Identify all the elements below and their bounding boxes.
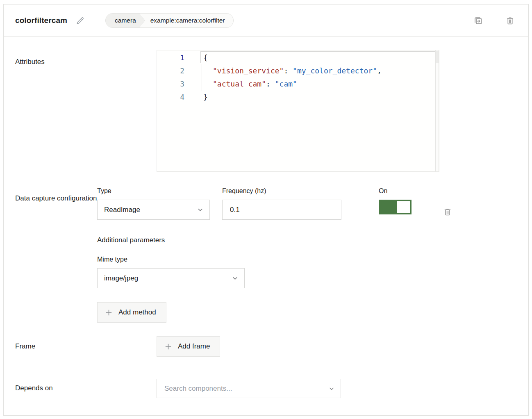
chevron-down-icon (197, 206, 204, 213)
pencil-icon (75, 16, 85, 25)
add-frame-label: Add frame (178, 342, 210, 351)
add-method-label: Add method (118, 308, 156, 317)
component-card: colorfiltercam camera example:camera:col… (3, 4, 529, 416)
line-number: 4 (157, 91, 184, 104)
component-model-label: example:camera:colorfilter (146, 17, 233, 24)
duplicate-icon (473, 15, 484, 26)
capture-type-value: ReadImage (104, 206, 140, 214)
capture-frequency-field: Frequency (hz) (222, 187, 341, 220)
component-name-title: colorfiltercam (15, 16, 67, 25)
capture-type-field: Type ReadImage (97, 187, 210, 220)
code-line-4: } (202, 91, 439, 104)
line-number: 3 (157, 77, 184, 91)
delete-capture-method-button[interactable] (441, 205, 454, 219)
frame-section: Frame Add frame (15, 336, 528, 357)
component-card-header: colorfiltercam camera example:camera:col… (4, 5, 528, 37)
search-components-input[interactable] (164, 384, 328, 393)
mime-type-value: image/jpeg (104, 274, 138, 282)
duplicate-component-button[interactable] (471, 14, 485, 28)
add-frame-button[interactable]: Add frame (157, 336, 220, 357)
editor-scrollbar[interactable] (435, 50, 439, 171)
indent-guide (202, 64, 202, 91)
chevron-down-icon (232, 275, 239, 282)
component-type-model-chip: camera example:camera:colorfilter (105, 13, 233, 28)
depends-on-combobox (157, 379, 341, 398)
capture-type-label: Type (97, 187, 210, 195)
component-card-body: Attributes 1 2 3 4 { "vision_service": "… (4, 37, 528, 398)
editor-line-numbers: 1 2 3 4 (157, 51, 202, 171)
attributes-label: Attributes (15, 57, 157, 67)
capture-on-field: On (379, 187, 412, 214)
additional-parameters-heading: Additional parameters (97, 236, 454, 244)
data-capture-section: Data capture configuration Type ReadImag… (15, 187, 528, 323)
line-number: 2 (157, 64, 184, 77)
editor-scrollbar-thumb (436, 51, 439, 63)
edit-name-button[interactable] (75, 15, 86, 26)
attributes-section: Attributes 1 2 3 4 { "vision_service": "… (15, 50, 528, 172)
editor-code-area: { "vision_service": "my_color_detector",… (202, 51, 439, 171)
plus-icon (164, 343, 172, 351)
frame-label: Frame (15, 341, 157, 352)
capture-frequency-label: Frequency (hz) (222, 187, 341, 195)
data-capture-label: Data capture configuration (15, 193, 97, 204)
plus-icon (105, 309, 113, 317)
mime-type-label: Mime type (97, 256, 454, 263)
data-capture-fields: Type ReadImage Frequency (hz) (97, 187, 454, 323)
toggle-knob (397, 201, 410, 213)
capture-on-toggle[interactable] (379, 200, 412, 214)
attributes-json-editor[interactable]: 1 2 3 4 { "vision_service": "my_color_de… (157, 50, 439, 172)
capture-type-select[interactable]: ReadImage (97, 200, 210, 220)
trash-icon (443, 207, 452, 217)
depends-on-section: Depends on (15, 379, 528, 398)
code-line-3: "actual_cam": "cam" (202, 77, 439, 91)
add-method-button[interactable]: Add method (97, 302, 166, 323)
code-line-2: "vision_service": "my_color_detector", (202, 64, 439, 77)
delete-component-button[interactable] (503, 14, 517, 27)
line-number: 1 (157, 51, 184, 64)
depends-on-label: Depends on (15, 383, 157, 394)
capture-frequency-input[interactable] (229, 205, 334, 214)
code-line-1: { (202, 51, 439, 64)
component-category-badge: camera (106, 14, 144, 27)
trash-icon (505, 16, 515, 26)
capture-on-label: On (379, 187, 412, 195)
chevron-down-icon[interactable] (328, 385, 335, 392)
mime-type-select[interactable]: image/jpeg (97, 268, 245, 288)
